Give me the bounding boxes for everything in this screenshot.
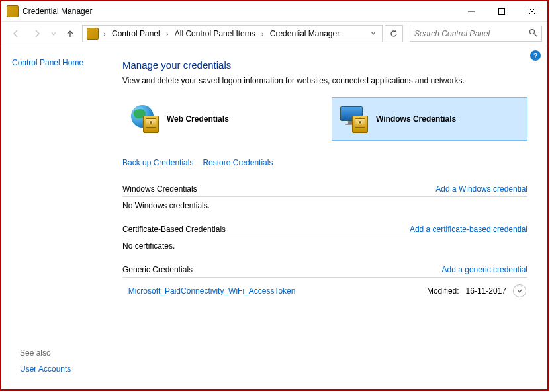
close-button[interactable] [517,1,547,21]
content-pane: Manage your credentials View and delete … [122,46,547,389]
page-description: View and delete your saved logon informa… [122,76,527,85]
user-accounts-link[interactable]: User Accounts [20,364,71,373]
back-button[interactable] [7,25,25,42]
credential-name: Microsoft_PaidConnectivity_WiFi_AccessTo… [128,286,296,295]
window-controls [456,1,547,21]
windows-credentials-section: Windows Credentials Add a Windows creden… [122,184,527,210]
search-icon [529,28,537,39]
windows-credentials-label: Windows Credentials [376,114,456,124]
web-credentials-icon [131,105,159,133]
breadcrumb-control-panel[interactable]: Control Panel [108,26,164,42]
web-credentials-label: Web Credentials [167,114,229,124]
navbar: › Control Panel › All Control Panel Item… [1,22,547,46]
backup-credentials-link[interactable]: Back up Credentials [122,158,193,167]
left-pane: Control Panel Home See also User Account… [1,46,122,389]
see-also-label: See also [20,348,71,358]
chevron-right-icon[interactable]: › [101,30,108,38]
generic-credentials-section: Generic Credentials Add a generic creden… [122,265,527,300]
up-button[interactable] [61,25,79,42]
help-icon[interactable]: ? [530,50,541,61]
modified-label: Modified: [427,286,459,295]
add-certificate-credential-link[interactable]: Add a certificate-based credential [410,225,527,234]
section-body: No certificates. [122,241,527,251]
recent-locations-dropdown[interactable] [49,25,58,42]
section-title: Certificate-Based Credentials [122,225,226,234]
search-placeholder: Search Control Panel [414,29,490,38]
action-links: Back up Credentials Restore Credentials [122,158,527,167]
breadcrumb-all-items[interactable]: All Control Panel Items [171,26,259,42]
titlebar: Credential Manager [1,1,547,22]
expand-button[interactable] [513,284,526,297]
address-dropdown[interactable] [366,29,381,38]
search-input[interactable]: Search Control Panel [410,26,542,42]
control-panel-home-link[interactable]: Control Panel Home [12,58,112,67]
windows-credentials-icon [340,105,368,133]
restore-credentials-link[interactable]: Restore Credentials [203,158,273,167]
address-bar[interactable]: › Control Panel › All Control Panel Item… [82,25,383,42]
page-heading: Manage your credentials [122,59,527,71]
certificate-credentials-section: Certificate-Based Credentials Add a cert… [122,225,527,251]
web-credentials-tile[interactable]: Web Credentials [122,97,318,141]
window-title: Credential Manager [23,7,456,16]
breadcrumb-credential-manager[interactable]: Credential Manager [266,26,344,42]
forward-button[interactable] [28,25,46,42]
minimize-button[interactable] [456,1,486,21]
chevron-right-icon[interactable]: › [164,30,171,38]
modified-date: 16-11-2017 [466,286,506,295]
body: ? Control Panel Home See also User Accou… [1,46,547,389]
add-windows-credential-link[interactable]: Add a Windows credential [435,184,527,194]
section-title: Generic Credentials [122,265,193,274]
refresh-button[interactable] [385,25,403,42]
credential-row[interactable]: Microsoft_PaidConnectivity_WiFi_AccessTo… [122,282,527,300]
credential-manager-icon [87,28,99,40]
svg-point-4 [530,30,535,34]
window-frame: Credential Manager › [0,0,549,391]
maximize-button[interactable] [486,1,517,21]
section-title: Windows Credentials [122,184,197,194]
add-generic-credential-link[interactable]: Add a generic credential [442,265,527,274]
chevron-right-icon[interactable]: › [259,30,266,38]
credential-type-tiles: Web Credentials Windows Credentials [122,97,527,141]
windows-credentials-tile[interactable]: Windows Credentials [332,97,527,141]
svg-rect-1 [499,9,505,15]
credential-manager-icon [7,5,19,17]
section-body: No Windows credentials. [122,201,527,210]
see-also-block: See also User Accounts [20,348,71,377]
svg-line-5 [534,34,537,36]
